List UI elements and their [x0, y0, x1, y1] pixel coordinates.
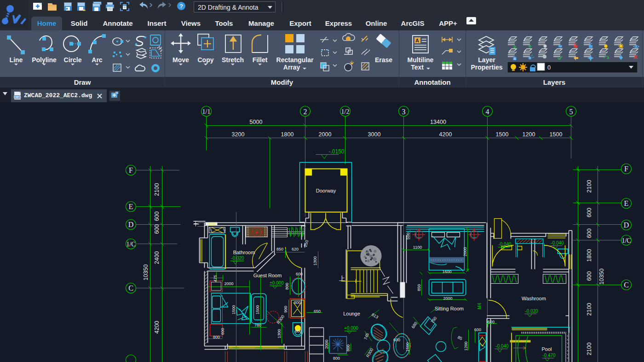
svg-text:2000: 2000: [443, 296, 452, 301]
svg-text:1/2: 1/2: [341, 108, 350, 115]
svg-text:600: 600: [220, 328, 225, 335]
svg-text:800: 800: [346, 344, 351, 351]
svg-text:780: 780: [254, 323, 261, 327]
svg-text:R300: R300: [276, 314, 286, 325]
svg-text:2100: 2100: [154, 183, 160, 196]
svg-text:D: D: [624, 221, 629, 229]
svg-text:900: 900: [283, 306, 288, 313]
svg-text:600: 600: [154, 211, 160, 221]
svg-text:F: F: [624, 165, 628, 173]
svg-text:250: 250: [303, 239, 310, 247]
svg-text:2100: 2100: [586, 180, 592, 193]
svg-text:M4: M4: [477, 303, 482, 309]
svg-text:-0.470: -0.470: [542, 353, 556, 358]
svg-text:-0.020: -0.020: [525, 309, 538, 314]
svg-text:813: 813: [371, 312, 379, 320]
svg-text:800: 800: [295, 329, 302, 333]
svg-text:Pool: Pool: [541, 346, 552, 352]
svg-text:Washroom: Washroom: [522, 296, 546, 301]
svg-text:850: 850: [417, 284, 421, 291]
svg-text:4200: 4200: [154, 321, 160, 334]
svg-text:85: 85: [457, 335, 463, 341]
svg-text:600: 600: [586, 228, 592, 238]
svg-text:800: 800: [333, 356, 340, 361]
svg-text:E: E: [624, 199, 629, 207]
svg-text:600: 600: [488, 320, 494, 324]
svg-text:Guest Room: Guest Room: [253, 273, 282, 278]
svg-text:1800: 1800: [586, 249, 592, 262]
svg-text:1500: 1500: [550, 131, 563, 138]
svg-text:4200: 4200: [439, 131, 452, 138]
svg-text:600: 600: [586, 271, 592, 281]
svg-text:2000: 2000: [319, 131, 332, 138]
svg-text:1200: 1200: [464, 341, 468, 350]
svg-text:2100: 2100: [586, 303, 592, 316]
svg-text:-.0150: -.0150: [329, 148, 345, 155]
svg-text:1300: 1300: [277, 329, 282, 338]
svg-text:2100: 2100: [586, 343, 592, 356]
svg-text:1600: 1600: [442, 269, 451, 274]
svg-text:600: 600: [586, 208, 592, 217]
svg-text:600: 600: [154, 224, 160, 234]
svg-text:745: 745: [363, 333, 370, 341]
svg-text:F: F: [129, 166, 133, 174]
svg-text:1800: 1800: [281, 131, 294, 138]
svg-text:4: 4: [486, 108, 489, 116]
svg-text:3: 3: [402, 108, 406, 116]
svg-text:13400: 13400: [430, 119, 446, 125]
svg-text:E: E: [129, 203, 133, 210]
svg-text:Lounge: Lounge: [343, 311, 360, 316]
svg-text:10350: 10350: [143, 264, 149, 280]
svg-text:D: D: [128, 221, 134, 228]
svg-text:475: 475: [213, 275, 218, 282]
svg-text:0: 0: [547, 64, 551, 71]
svg-text:?: ?: [179, 3, 183, 10]
svg-text:3200: 3200: [232, 131, 245, 138]
svg-text:800: 800: [285, 283, 289, 290]
svg-text:C: C: [128, 284, 133, 292]
svg-text:1100: 1100: [413, 245, 422, 250]
svg-text:1/1: 1/1: [202, 108, 211, 115]
svg-text:5: 5: [569, 108, 573, 116]
svg-text:1500: 1500: [231, 305, 236, 314]
svg-text:1500: 1500: [405, 342, 410, 351]
svg-text:1300: 1300: [313, 256, 317, 265]
svg-text:1/C: 1/C: [126, 241, 135, 248]
svg-text:2000: 2000: [224, 281, 233, 286]
svg-text:5000: 5000: [250, 119, 263, 125]
svg-text:+0.000: +0.000: [344, 326, 358, 331]
svg-text:A: A: [415, 38, 419, 43]
svg-text:DWG: DWG: [14, 95, 21, 99]
svg-text:600: 600: [393, 338, 400, 342]
svg-text:750: 750: [430, 316, 438, 324]
svg-text:620: 620: [292, 247, 299, 251]
svg-text:850: 850: [276, 247, 283, 251]
svg-text:500: 500: [406, 233, 410, 239]
svg-text:Bathroom: Bathroom: [233, 250, 255, 255]
svg-text:650: 650: [314, 309, 321, 314]
svg-text:Doorway: Doorway: [316, 188, 336, 193]
svg-text:680: 680: [411, 321, 419, 329]
svg-text:1200: 1200: [523, 131, 535, 138]
svg-text:-0.040: -0.040: [498, 242, 512, 247]
svg-text:3000: 3000: [368, 131, 381, 138]
svg-text:1500: 1500: [496, 131, 509, 138]
svg-text:1500: 1500: [255, 305, 260, 314]
svg-text:C: C: [624, 281, 629, 289]
svg-text:600: 600: [296, 272, 303, 276]
svg-text:1/C: 1/C: [621, 237, 631, 244]
svg-text:-0.040: -0.040: [551, 240, 564, 245]
svg-text:-0.040: -0.040: [495, 344, 509, 349]
svg-text:800: 800: [294, 300, 301, 305]
svg-text:10350: 10350: [598, 269, 605, 285]
svg-text:上: 上: [339, 275, 345, 282]
svg-text:B: B: [514, 57, 516, 60]
svg-text:800: 800: [213, 335, 220, 339]
svg-text:2000: 2000: [463, 247, 467, 256]
svg-text:Sitting Room: Sitting Room: [435, 306, 464, 311]
svg-text:2: 2: [304, 108, 307, 116]
svg-text:2400: 2400: [154, 251, 160, 264]
svg-text:2000: 2000: [324, 339, 329, 349]
svg-text:±0.000: ±0.000: [270, 280, 284, 286]
svg-text:-0.020: -0.020: [231, 256, 244, 261]
